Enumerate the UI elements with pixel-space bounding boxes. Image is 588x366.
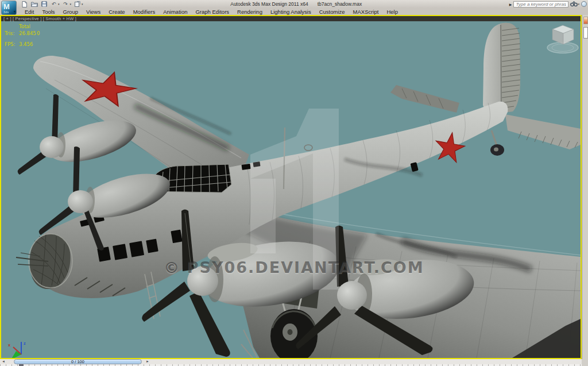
stats-fps-value: 3.456 <box>19 41 33 47</box>
menu-help[interactable]: Help <box>382 9 402 15</box>
stats-tris-value: 26.845 <box>19 30 36 36</box>
redo-caret-icon[interactable]: ▾ <box>70 2 72 6</box>
new-document-icon <box>22 1 27 7</box>
menu-customize[interactable]: Customize <box>315 9 349 15</box>
window-title: Autodesk 3ds Max Design 2011 x64tb7acn_s… <box>83 1 509 7</box>
infocenter-collapse-icon[interactable]: ▶ <box>509 2 512 6</box>
quick-access-toolbar: ↶▾ ↷▾ ▾ <box>21 0 83 8</box>
menu-create[interactable]: Create <box>105 9 129 15</box>
glazed-nose-turret <box>29 234 72 289</box>
communication-center-icon[interactable] <box>581 1 587 7</box>
watermark-credit: © PSY06.DEVIANTART.COM © PSY06.DEVIANTAR… <box>164 259 424 278</box>
svg-text:© PSY06.DEVIANTART.COM: © PSY06.DEVIANTART.COM <box>164 259 424 276</box>
application-menu-button[interactable]: M 3ds ▾ <box>1 1 17 15</box>
stats-tris-label: Tris: <box>4 30 14 36</box>
open-file-button[interactable] <box>30 1 38 7</box>
app-menu-caret-icon: ▾ <box>14 10 16 13</box>
undo-button[interactable]: ↶ <box>50 1 57 7</box>
file-name-text: tb7acn_shadow.max <box>318 1 362 7</box>
command-panel-edge <box>582 15 588 366</box>
frame-counter: 0 / 100 <box>71 359 84 364</box>
redo-button[interactable]: ↷ <box>62 1 69 7</box>
bottom-right-corner <box>582 359 588 366</box>
infocenter: ▶ ▾ <box>509 1 587 7</box>
time-slider-bar: ◄ 0 / 100 ► <box>0 359 582 364</box>
menu-lighting-analysis[interactable]: Lighting Analysis <box>266 9 315 15</box>
search-binoculars-icon[interactable] <box>570 1 578 7</box>
new-scene-button[interactable] <box>21 1 28 7</box>
axis-z-label: z <box>24 341 26 346</box>
search-caret-icon[interactable]: ▾ <box>578 2 579 6</box>
rudder <box>501 23 520 113</box>
menu-maxscript[interactable]: MAXScript <box>349 9 383 15</box>
app-title-text: Autodesk 3ds Max Design 2011 x64 <box>230 1 308 7</box>
stats-tris-extra: 0 <box>37 30 40 36</box>
max-logo-sub: 3ds <box>3 10 9 14</box>
next-frame-arrow[interactable]: ► <box>146 360 149 364</box>
fetch-icon <box>75 1 80 7</box>
menu-tools[interactable]: Tools <box>38 9 59 15</box>
stats-fps-label: FPS: <box>5 41 15 47</box>
save-file-button[interactable] <box>40 1 48 7</box>
search-input[interactable] <box>513 1 568 7</box>
perspective-viewport[interactable]: [ + ] [ Perspective ] [ Smooth + HW ] <box>0 15 582 359</box>
viewport-label-strip: [ + ] [ Perspective ] [ Smooth + HW ] <box>1 16 581 21</box>
command-panel-partial-field <box>583 27 588 38</box>
command-panel-partial-icon <box>583 17 588 24</box>
menu-graph-editors[interactable]: Graph Editors <box>191 9 233 15</box>
menu-rendering[interactable]: Rendering <box>233 9 266 15</box>
project-toolbar-button[interactable] <box>74 1 81 7</box>
menu-modifiers[interactable]: Modifiers <box>129 9 160 15</box>
title-bar: M 3ds ▾ ↶▾ ↷▾ <box>0 0 588 8</box>
menu-animation[interactable]: Animation <box>159 9 191 15</box>
menu-views[interactable]: Views <box>82 9 105 15</box>
max-application-window: { "titlebar": { "app_title": "Autodesk 3… <box>0 0 588 366</box>
time-slider[interactable]: 0 / 100 <box>14 359 142 364</box>
stats-col-header: Total <box>18 24 30 29</box>
previous-frame-arrow[interactable]: ◄ <box>2 360 5 364</box>
viewport-label[interactable]: [ + ] [ Perspective ] [ Smooth + HW ] <box>3 16 76 21</box>
max-logo-icon: M <box>3 3 10 10</box>
menu-group[interactable]: Group <box>59 9 82 15</box>
menu-edit[interactable]: Edit <box>21 9 38 15</box>
undo-caret-icon[interactable]: ▾ <box>58 2 60 6</box>
save-floppy-icon <box>41 1 47 7</box>
open-folder-icon <box>31 1 38 7</box>
viewport-canvas[interactable]: © PSY06.DEVIANTART.COM © PSY06.DEVIANTAR… <box>1 16 581 358</box>
menu-bar: Edit Tools Group Views Create Modifiers … <box>0 8 588 15</box>
